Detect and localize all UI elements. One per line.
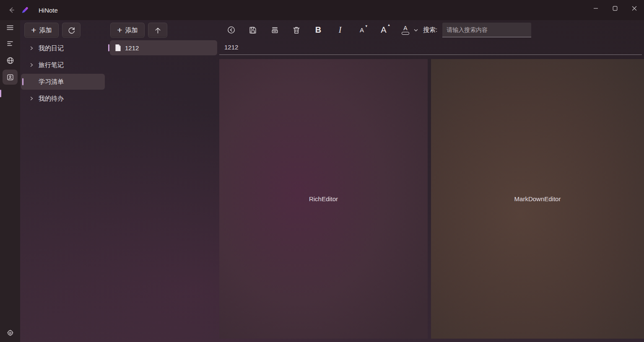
- contacts-button[interactable]: [3, 70, 18, 85]
- font-color-dropdown-button[interactable]: [413, 27, 419, 33]
- editor-region: B I A▾ A▴ A 搜索:: [219, 20, 644, 342]
- note-title-input[interactable]: [219, 40, 642, 54]
- delete-button[interactable]: [289, 23, 304, 38]
- minimize-button[interactable]: [586, 0, 605, 17]
- maximize-button[interactable]: [605, 0, 625, 17]
- add-category-button[interactable]: + 添加: [24, 23, 59, 38]
- plus-icon: +: [117, 26, 122, 34]
- window-controls: [586, 0, 644, 17]
- italic-label: I: [339, 25, 342, 35]
- category-label: 旅行笔记: [39, 61, 64, 69]
- print-button[interactable]: [267, 23, 282, 38]
- refresh-button[interactable]: [62, 23, 80, 38]
- editors-split: RichEditor MarkDownEditor: [219, 59, 644, 339]
- history-icon: [227, 26, 236, 34]
- note-list-item-1212[interactable]: 1212: [110, 40, 217, 55]
- file-icon: [115, 44, 121, 52]
- main-menu-button[interactable]: [3, 20, 18, 35]
- app-title: HiNote: [39, 0, 58, 20]
- category-tree: 我的日记 旅行笔记 学习清单 我的待办: [20, 40, 107, 107]
- category-item-my-todo[interactable]: 我的待办: [20, 90, 107, 107]
- caret-down-icon: ▾: [365, 24, 367, 28]
- pen-logo-icon: [19, 5, 30, 16]
- hinote-app-window: HiNote: [0, 0, 644, 342]
- history-button[interactable]: [223, 23, 239, 38]
- editor-toolbar: B I A▾ A▴ A 搜索:: [219, 20, 644, 40]
- settings-gear-icon: [6, 329, 14, 337]
- refresh-icon: [68, 26, 75, 34]
- category-label: 我的待办: [39, 95, 64, 103]
- font-increase-icon: A▴: [381, 25, 386, 35]
- font-color-group: A: [398, 23, 419, 38]
- chevron-right-icon[interactable]: [29, 96, 34, 101]
- left-rail: [0, 20, 20, 342]
- print-icon: [270, 26, 279, 34]
- font-size-decrease-button[interactable]: A▾: [354, 23, 369, 38]
- bold-label: B: [315, 25, 321, 35]
- font-size-increase-button[interactable]: A▴: [376, 23, 391, 38]
- categories-toolbar: + 添加: [24, 23, 80, 38]
- search-input[interactable]: [442, 23, 531, 37]
- note-list-button[interactable]: [3, 36, 18, 51]
- trash-icon: [292, 26, 301, 34]
- selection-accent-bar: [22, 78, 23, 86]
- note-title: 1212: [125, 44, 139, 52]
- back-button[interactable]: [5, 4, 18, 16]
- plus-icon: +: [31, 26, 36, 34]
- markdown-editor-label: MarkDownEditor: [514, 195, 561, 202]
- close-icon: [632, 6, 637, 11]
- arrow-left-icon: [8, 6, 15, 14]
- category-item-my-diary[interactable]: 我的日记: [20, 40, 107, 57]
- italic-button[interactable]: I: [332, 23, 348, 38]
- font-decrease-icon: A▾: [360, 26, 364, 34]
- save-button[interactable]: [245, 23, 260, 38]
- list-lines-icon: [6, 40, 14, 47]
- categories-panel: + 添加 我的日记 旅行笔记: [20, 20, 107, 342]
- rich-editor-label: RichEditor: [309, 195, 338, 202]
- chevron-right-icon[interactable]: [29, 46, 34, 51]
- move-up-button[interactable]: [148, 23, 167, 38]
- globe-icon: [6, 57, 14, 65]
- category-item-study-list-selected[interactable]: 学习清单: [21, 74, 105, 90]
- note-title-row: [219, 40, 642, 55]
- menu-icon: [6, 24, 14, 31]
- category-label: 学习清单: [39, 78, 64, 86]
- chevron-down-icon: [413, 27, 419, 33]
- chevron-right-icon[interactable]: [29, 62, 34, 67]
- add-note-button[interactable]: + 添加: [110, 23, 145, 38]
- rail-selection-accent: [0, 90, 1, 97]
- category-label: 我的日记: [39, 44, 64, 52]
- font-color-bar-icon: [402, 32, 409, 35]
- font-color-label: A: [403, 25, 407, 31]
- minimize-icon: [593, 6, 598, 11]
- notes-panel: + 添加 1212: [107, 20, 219, 342]
- rich-editor-pane[interactable]: RichEditor: [219, 59, 428, 339]
- search-label: 搜索:: [423, 26, 437, 34]
- caret-up-icon: ▴: [388, 23, 390, 27]
- category-item-travel-notes[interactable]: 旅行笔记: [20, 57, 107, 73]
- bold-button[interactable]: B: [311, 23, 326, 38]
- add-note-label: 添加: [125, 26, 138, 34]
- markdown-editor-pane[interactable]: MarkDownEditor: [431, 59, 644, 339]
- notes-toolbar: + 添加: [110, 23, 167, 38]
- arrow-up-icon: [154, 26, 162, 34]
- selection-accent-bar: [108, 44, 109, 52]
- add-category-label: 添加: [39, 26, 52, 34]
- maximize-icon: [613, 6, 618, 11]
- font-color-button[interactable]: A: [398, 23, 413, 38]
- titlebar: HiNote: [0, 0, 644, 20]
- close-button[interactable]: [625, 0, 644, 17]
- web-button[interactable]: [3, 53, 18, 68]
- settings-button[interactable]: [3, 325, 18, 340]
- contact-card-icon: [6, 73, 14, 81]
- save-icon: [249, 26, 257, 34]
